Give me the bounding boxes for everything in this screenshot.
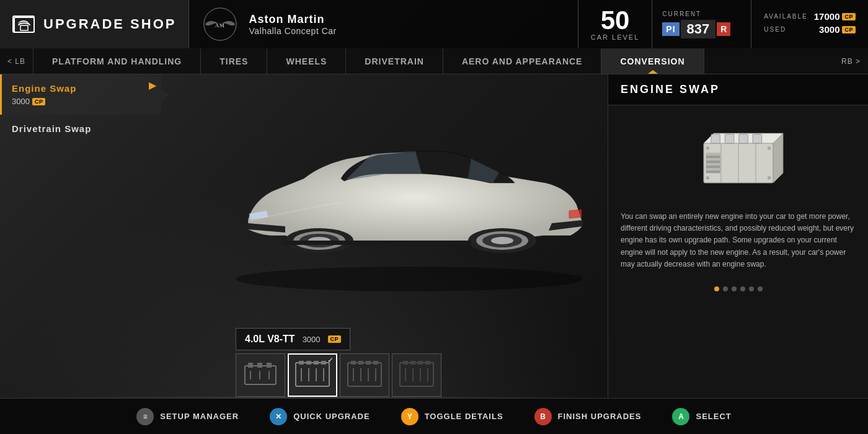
svg-rect-22 bbox=[306, 361, 311, 365]
setup-manager-action[interactable]: ≡ Setup Manager bbox=[136, 408, 239, 425]
active-indicator: ▶ bbox=[149, 79, 156, 91]
used-row: USED 3000 CP bbox=[764, 24, 856, 35]
engine-thumb-2[interactable] bbox=[288, 353, 337, 397]
nav-lb[interactable]: < LB bbox=[0, 48, 33, 74]
a-button[interactable]: A bbox=[672, 408, 689, 425]
toggle-details-label: Toggle Details bbox=[425, 412, 503, 421]
bottom-bar: ≡ Setup Manager ✕ Quick Upgrade Y Toggle… bbox=[0, 398, 868, 434]
svg-rect-30 bbox=[351, 361, 356, 365]
dot-5[interactable] bbox=[749, 286, 754, 291]
svg-point-0 bbox=[236, 267, 583, 291]
dot-1[interactable] bbox=[714, 286, 719, 291]
dot-6[interactable] bbox=[758, 286, 763, 291]
car-logo: AM bbox=[202, 6, 239, 43]
top-bar: UPGRADE SHOP AM Aston Martin Valhalla Co… bbox=[0, 0, 868, 48]
upgrade-list: Engine Swap 3000 CP ▶ Drivetrain Swap bbox=[0, 74, 161, 143]
engine-swap-label: Engine Swap bbox=[12, 83, 76, 94]
svg-point-57 bbox=[768, 177, 771, 180]
svg-rect-40 bbox=[410, 361, 415, 365]
tab-aero[interactable]: Aero and Appearance bbox=[443, 48, 602, 74]
svg-rect-23 bbox=[314, 361, 319, 365]
cp-badge-used: CP bbox=[842, 26, 856, 33]
pagination-dots bbox=[608, 280, 868, 298]
svg-point-55 bbox=[768, 147, 771, 150]
engine-thumb-1[interactable] bbox=[236, 353, 285, 397]
engine-swap-cost: 3000 CP bbox=[12, 97, 151, 106]
select-action[interactable]: A Select bbox=[672, 408, 731, 425]
pi-class: PI bbox=[662, 22, 679, 36]
svg-rect-24 bbox=[321, 361, 326, 365]
svg-rect-41 bbox=[418, 361, 423, 365]
b-button[interactable]: B bbox=[534, 408, 552, 425]
y-button[interactable]: Y bbox=[401, 408, 418, 425]
credits-section: AVAILABLE 17000 CP USED 3000 CP bbox=[751, 0, 868, 48]
toggle-details-action[interactable]: Y Toggle Details bbox=[401, 408, 503, 425]
cp-badge-available: CP bbox=[842, 13, 856, 20]
dot-4[interactable] bbox=[740, 286, 745, 291]
used-label: USED bbox=[764, 26, 786, 33]
tab-wheels[interactable]: Wheels bbox=[267, 48, 346, 74]
svg-rect-14 bbox=[248, 363, 253, 368]
engine-description: You can swap an entirely new engine into… bbox=[608, 211, 868, 280]
finish-upgrades-label: Finish Upgrades bbox=[558, 412, 642, 421]
used-value: 3000 CP bbox=[819, 24, 856, 35]
upgrade-item-drivetrain-swap[interactable]: Drivetrain Swap bbox=[0, 115, 161, 143]
svg-rect-32 bbox=[366, 361, 371, 365]
engine-swap-cp: CP bbox=[32, 98, 46, 105]
svg-text:AM: AM bbox=[216, 23, 226, 29]
engine-image-area bbox=[608, 105, 868, 211]
svg-point-54 bbox=[706, 147, 709, 150]
car-info-section: AM Aston Martin Valhalla Concept Car bbox=[189, 0, 578, 48]
pi-badge: PI 837 R bbox=[662, 20, 741, 38]
engine-thumb-3[interactable] bbox=[340, 353, 389, 397]
tab-drivetrain[interactable]: Drivetrain bbox=[346, 48, 443, 74]
car-make: Aston Martin bbox=[249, 13, 336, 26]
tab-tires[interactable]: Tires bbox=[201, 48, 267, 74]
svg-rect-42 bbox=[425, 361, 430, 365]
tab-platform[interactable]: Platform and Handling bbox=[33, 48, 201, 74]
nav-rb[interactable]: RB > bbox=[834, 48, 868, 74]
pi-rank: R bbox=[717, 22, 730, 36]
car-model: Valhalla Concept Car bbox=[249, 26, 336, 36]
upgrade-shop-title: UPGRADE SHOP bbox=[43, 16, 176, 32]
car-level-section: 50 CAR LEVEL bbox=[578, 0, 653, 48]
car-level-label: CAR LEVEL bbox=[591, 33, 640, 41]
svg-point-56 bbox=[706, 177, 709, 180]
available-row: AVAILABLE 17000 CP bbox=[764, 11, 856, 22]
available-label: AVAILABLE bbox=[764, 13, 807, 20]
svg-rect-50 bbox=[711, 135, 720, 143]
x-button[interactable]: ✕ bbox=[270, 408, 287, 425]
right-panel: ENGINE SWAP bbox=[608, 74, 868, 434]
svg-rect-51 bbox=[725, 135, 733, 143]
right-panel-title: ENGINE SWAP bbox=[608, 74, 868, 105]
svg-rect-39 bbox=[403, 361, 408, 365]
pi-number: 837 bbox=[681, 20, 716, 38]
tab-conversion[interactable]: Conversion bbox=[601, 48, 704, 74]
engine-thumbnails bbox=[236, 353, 441, 397]
current-label: CURRENT bbox=[662, 11, 741, 17]
car-image bbox=[211, 87, 608, 298]
shop-icon bbox=[12, 16, 35, 33]
pi-section: CURRENT PI 837 R bbox=[652, 0, 751, 48]
drivetrain-swap-label: Drivetrain Swap bbox=[12, 123, 91, 134]
svg-point-8 bbox=[491, 237, 513, 244]
engine-thumb-4[interactable] bbox=[392, 353, 441, 397]
menu-button[interactable]: ≡ bbox=[136, 408, 154, 425]
finish-upgrades-action[interactable]: B Finish Upgrades bbox=[534, 408, 642, 425]
dot-3[interactable] bbox=[732, 286, 737, 291]
upgrade-item-engine-swap[interactable]: Engine Swap 3000 CP ▶ bbox=[0, 74, 161, 115]
upgrade-shop-section: UPGRADE SHOP bbox=[0, 0, 189, 48]
nav-tabs: < LB Platform and Handling Tires Wheels … bbox=[0, 48, 868, 74]
svg-rect-65 bbox=[706, 170, 720, 173]
available-value: 17000 CP bbox=[814, 11, 856, 22]
dot-2[interactable] bbox=[723, 286, 728, 291]
select-label: Select bbox=[696, 412, 731, 421]
engine-spec-name: 4.0L V8-TT bbox=[245, 334, 295, 345]
quick-upgrade-action[interactable]: ✕ Quick Upgrade bbox=[270, 408, 370, 425]
car-level-number: 50 bbox=[601, 7, 630, 33]
engine-info-cp: CP bbox=[328, 335, 342, 343]
engine-info-box: 4.0L V8-TT 3000 CP bbox=[236, 328, 350, 350]
quick-upgrade-label: Quick Upgrade bbox=[293, 412, 370, 421]
svg-rect-15 bbox=[257, 363, 262, 368]
svg-rect-52 bbox=[738, 135, 747, 143]
